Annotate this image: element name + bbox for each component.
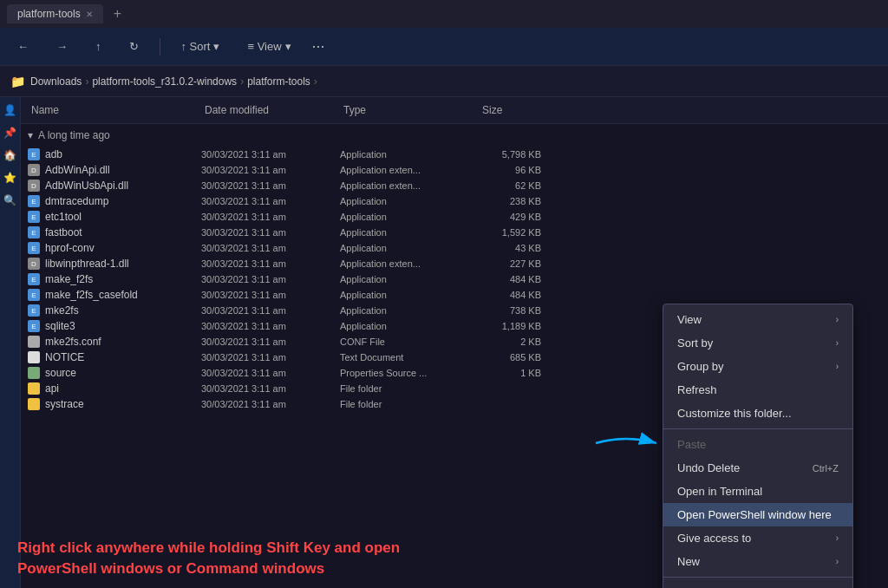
table-row[interactable]: E dmtracedump 30/03/2021 3:11 am Applica… <box>21 193 888 209</box>
exe-icon: E <box>28 211 40 223</box>
exe-icon: E <box>28 289 40 301</box>
forward-button[interactable]: → <box>49 36 75 56</box>
txt-icon <box>28 351 40 363</box>
view-chevron-icon: ▾ <box>285 40 291 53</box>
address-bar: 📁 Downloads › platform-tools_r31.0.2-win… <box>0 66 888 97</box>
file-name: E mke2fs <box>28 304 201 317</box>
breadcrumb-platform-tools[interactable]: platform-tools <box>247 75 310 88</box>
up-button[interactable]: ↑ <box>88 36 108 56</box>
table-row[interactable]: D AdbWinApi.dll 30/03/2021 3:11 am Appli… <box>21 162 888 178</box>
sidebar-star-icon: ⭐ <box>3 172 16 184</box>
col-type[interactable]: Type <box>340 101 479 120</box>
file-type: Application exten... <box>340 180 479 191</box>
breadcrumb-sep-2: › <box>240 75 244 88</box>
sidebar-home-icon: 🏠 <box>3 149 16 161</box>
view-label: ≡ View <box>247 40 281 53</box>
tab-label: platform-tools <box>17 8 81 20</box>
file-name: mke2fs.conf <box>28 336 201 348</box>
col-size[interactable]: Size <box>479 101 548 120</box>
caption-line2: PowerShell windows or Command windows <box>17 560 324 577</box>
back-button[interactable]: ← <box>10 36 36 56</box>
context-menu-item[interactable]: Refresh <box>663 378 852 402</box>
table-row[interactable]: E fastboot 30/03/2021 3:11 am Applicatio… <box>21 225 888 240</box>
refresh-button[interactable]: ↻ <box>122 36 146 56</box>
file-name: E sqlite3 <box>28 320 201 332</box>
dll-icon: D <box>28 164 40 176</box>
file-type: Application <box>340 227 479 238</box>
file-date: 30/03/2021 3:11 am <box>201 274 340 284</box>
arrow-annotation <box>591 430 661 459</box>
context-menu-item[interactable]: View› <box>663 308 852 331</box>
context-menu-item[interactable]: Group by› <box>663 355 852 378</box>
table-row[interactable]: E make_f2fs_casefold 30/03/2021 3:11 am … <box>21 287 888 303</box>
new-tab-button[interactable]: + <box>114 6 121 22</box>
file-size: 738 KB <box>479 305 548 316</box>
context-menu-item-label: Sort by <box>677 336 713 350</box>
folder-icon: 📁 <box>10 75 25 88</box>
file-type: Application <box>340 290 479 300</box>
folder-icon <box>28 398 40 410</box>
table-row[interactable]: E hprof-conv 30/03/2021 3:11 am Applicat… <box>21 240 888 256</box>
file-name: E hprof-conv <box>28 242 201 254</box>
context-menu-item[interactable]: Customize this folder... <box>663 402 852 425</box>
file-size: 2 KB <box>479 336 548 347</box>
breadcrumb-sep-1: › <box>85 75 88 88</box>
sort-button[interactable]: ↑ Sort ▾ <box>174 36 227 56</box>
submenu-arrow-icon: › <box>836 315 839 324</box>
table-row[interactable]: E make_f2fs 30/03/2021 3:11 am Applicati… <box>21 271 888 287</box>
context-menu-item[interactable]: Undo DeleteCtrl+Z <box>663 456 852 480</box>
file-date: 30/03/2021 3:11 am <box>201 336 340 347</box>
file-date: 30/03/2021 3:11 am <box>201 352 340 363</box>
context-menu-item[interactable]: Open in Terminal <box>663 480 852 503</box>
active-tab[interactable]: platform-tools ✕ <box>7 4 103 23</box>
file-size: 5,798 KB <box>479 149 548 160</box>
file-name: E dmtracedump <box>28 195 201 207</box>
context-menu-item-label: Refresh <box>677 383 717 396</box>
table-row[interactable]: D AdbWinUsbApi.dll 30/03/2021 3:11 am Ap… <box>21 178 888 193</box>
file-size: 227 KB <box>479 258 548 269</box>
file-date: 30/03/2021 3:11 am <box>201 258 340 269</box>
sidebar-search-label[interactable]: 🔍 <box>3 194 16 206</box>
file-name: E make_f2fs_casefold <box>28 289 201 301</box>
file-type: Application <box>340 196 479 206</box>
col-date[interactable]: Date modified <box>201 101 340 120</box>
context-menu-item[interactable]: Give access to› <box>663 526 852 550</box>
table-row[interactable]: D libwinpthread-1.dll 30/03/2021 3:11 am… <box>21 256 888 271</box>
tab-close-button[interactable]: ✕ <box>86 10 93 19</box>
file-name: E adb <box>28 148 201 160</box>
context-menu-item[interactable]: Properties <box>663 581 852 588</box>
context-menu-item[interactable]: Open PowerShell window here <box>663 503 852 526</box>
context-menu-item[interactable]: New› <box>663 550 852 573</box>
table-row[interactable]: E adb 30/03/2021 3:11 am Application 5,7… <box>21 147 888 162</box>
breadcrumb-downloads[interactable]: Downloads <box>30 75 82 88</box>
submenu-arrow-icon: › <box>836 557 839 566</box>
submenu-arrow-icon: › <box>836 362 839 371</box>
breadcrumb-platform-tools-zip[interactable]: platform-tools_r31.0.2-windows <box>92 75 237 88</box>
sidebar: 👤 📌 🏠 ⭐ 🔍 <box>0 97 21 588</box>
file-name: D AdbWinApi.dll <box>28 164 201 176</box>
folder-icon <box>28 382 40 395</box>
file-date: 30/03/2021 3:11 am <box>201 290 340 300</box>
file-size: 238 KB <box>479 196 548 206</box>
table-row[interactable]: E etc1tool 30/03/2021 3:11 am Applicatio… <box>21 209 888 225</box>
breadcrumb: Downloads › platform-tools_r31.0.2-windo… <box>30 75 878 88</box>
file-date: 30/03/2021 3:11 am <box>201 180 340 191</box>
context-menu-item[interactable]: Sort by› <box>663 331 852 355</box>
file-type: Application <box>340 212 479 222</box>
context-menu-item[interactable]: Paste <box>663 433 852 456</box>
sidebar-person-icon: 👤 <box>3 104 16 116</box>
context-menu: View›Sort by›Group by›RefreshCustomize t… <box>663 304 853 588</box>
sidebar-pin-icon: 📌 <box>3 127 16 139</box>
file-type: Application exten... <box>340 258 479 269</box>
view-button[interactable]: ≡ View ▾ <box>240 36 297 56</box>
col-name[interactable]: Name <box>28 101 201 120</box>
file-date: 30/03/2021 3:11 am <box>201 368 340 378</box>
sort-label: ↑ Sort <box>181 40 211 53</box>
more-options-button[interactable]: ··· <box>312 37 325 56</box>
back-icon: ← <box>17 40 29 53</box>
group-chevron-icon: ▾ <box>28 129 33 141</box>
file-type: Application exten... <box>340 165 479 175</box>
file-type: File folder <box>340 399 479 409</box>
file-name: D AdbWinUsbApi.dll <box>28 180 201 192</box>
file-size: 1,592 KB <box>479 227 548 238</box>
